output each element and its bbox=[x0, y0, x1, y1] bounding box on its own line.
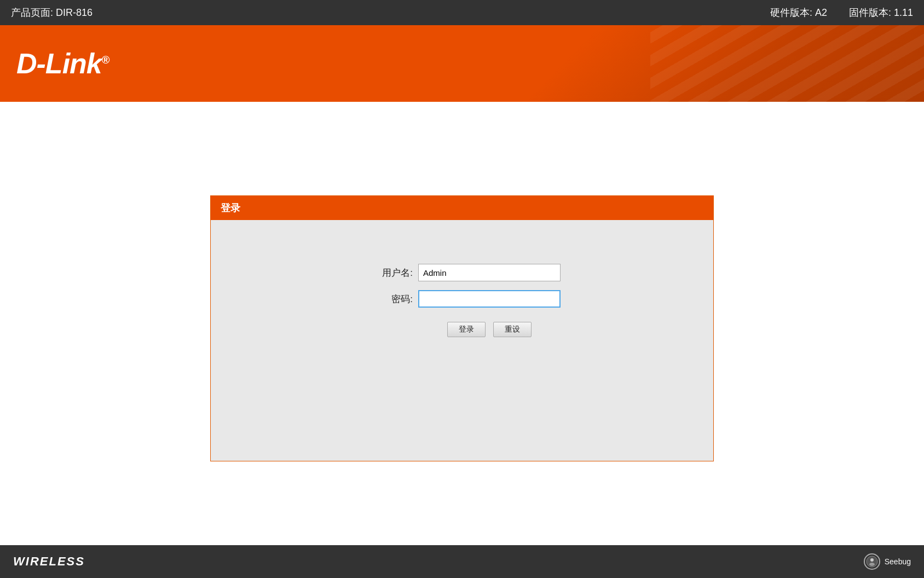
username-input[interactable] bbox=[418, 264, 561, 281]
login-button[interactable]: 登录 bbox=[447, 322, 486, 337]
header-banner: D-Link® bbox=[0, 25, 924, 102]
top-bar: 产品页面: DIR-816 硬件版本: A2 固件版本: 1.11 bbox=[0, 0, 924, 25]
reset-button[interactable]: 重设 bbox=[493, 322, 532, 337]
logo-text: D-Link® bbox=[16, 48, 109, 79]
seebug-label: Seebug bbox=[885, 557, 911, 566]
logo-registered: ® bbox=[102, 54, 109, 66]
seebug-icon bbox=[864, 553, 880, 570]
svg-point-1 bbox=[870, 558, 874, 562]
login-title: 登录 bbox=[221, 203, 240, 213]
login-panel-body: 用户名: 密码: 登录 重设 bbox=[211, 220, 713, 461]
product-label: 产品页面: DIR-816 bbox=[11, 6, 93, 19]
login-panel-header: 登录 bbox=[211, 196, 713, 220]
dlink-logo: D-Link® bbox=[16, 47, 109, 80]
footer-wireless-text: WIRELESS bbox=[13, 554, 85, 569]
version-info: 硬件版本: A2 固件版本: 1.11 bbox=[770, 6, 913, 19]
main-content: 登录 用户名: 密码: 登录 重设 bbox=[0, 112, 924, 545]
footer-seebug: Seebug bbox=[864, 553, 911, 570]
username-row: 用户名: bbox=[363, 264, 561, 281]
svg-point-2 bbox=[869, 563, 875, 566]
password-row: 密码: bbox=[363, 290, 561, 308]
username-label: 用户名: bbox=[363, 267, 413, 279]
firmware-version: 固件版本: 1.11 bbox=[849, 6, 913, 19]
footer: WIRELESS Seebug bbox=[0, 545, 924, 578]
separator bbox=[0, 102, 924, 112]
login-panel: 登录 用户名: 密码: 登录 重设 bbox=[210, 195, 714, 461]
button-row: 登录 重设 bbox=[447, 322, 532, 337]
hardware-version: 硬件版本: A2 bbox=[770, 6, 827, 19]
password-label: 密码: bbox=[363, 293, 413, 305]
password-input[interactable] bbox=[418, 290, 561, 308]
